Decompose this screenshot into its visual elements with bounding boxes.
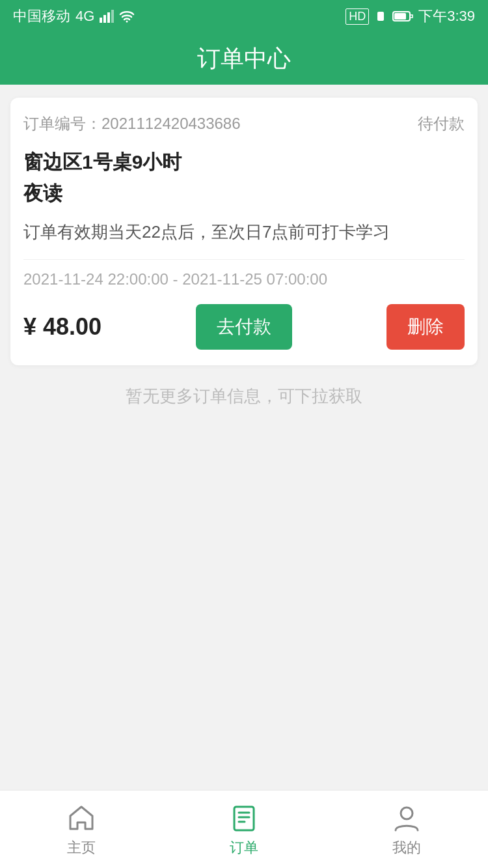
order-time-range: 2021-11-24 22:00:00 - 2021-11-25 07:00:0…: [23, 270, 465, 288]
order-number: 订单编号：2021112420433686: [23, 113, 241, 134]
wifi-icon: [119, 10, 135, 23]
order-footer: ¥ 48.00 去付款 删除: [23, 304, 465, 350]
svg-rect-2: [107, 12, 110, 23]
order-price: ¥ 48.00: [23, 313, 102, 341]
page-header: 订单中心: [0, 33, 488, 85]
status-bar: 中国移动 4G HD 下午3:39: [0, 0, 488, 33]
profile-icon: [390, 802, 423, 834]
hd-badge: HD: [346, 8, 369, 25]
signal-4g: 4G: [75, 8, 94, 25]
svg-rect-8: [234, 807, 254, 830]
nav-item-home[interactable]: 主页: [0, 802, 163, 858]
svg-point-4: [126, 21, 128, 23]
pull-hint: 暂无更多订单信息，可下拉获取: [10, 365, 478, 421]
carrier-text: 中国移动: [13, 7, 70, 26]
svg-rect-1: [103, 15, 106, 23]
order-title: 窗边区1号桌9小时: [23, 147, 465, 176]
divider: [23, 259, 465, 260]
order-status-badge: 待付款: [418, 113, 465, 134]
bottom-nav: 主页 订单 我的: [0, 790, 488, 868]
main-content: 订单编号：2021112420433686 待付款 窗边区1号桌9小时 夜读 订…: [0, 85, 488, 790]
home-icon: [65, 802, 98, 834]
nav-item-orders[interactable]: 订单: [163, 802, 325, 858]
svg-rect-7: [394, 13, 406, 20]
pay-button[interactable]: 去付款: [196, 304, 292, 350]
vibrate-icon: [374, 10, 387, 23]
svg-rect-3: [111, 10, 114, 23]
time-text: 下午3:39: [418, 7, 475, 26]
nav-label-orders: 订单: [230, 838, 258, 858]
signal-bars-icon: [100, 10, 114, 23]
nav-item-profile[interactable]: 我的: [325, 802, 488, 858]
order-description: 订单有效期当天22点后，至次日7点前可打卡学习: [23, 219, 465, 246]
order-card: 订单编号：2021112420433686 待付款 窗边区1号桌9小时 夜读 订…: [10, 98, 478, 365]
nav-label-profile: 我的: [392, 838, 421, 858]
svg-rect-5: [377, 12, 384, 21]
order-icon: [228, 802, 260, 834]
status-right: HD 下午3:39: [346, 7, 475, 26]
battery-icon: [392, 10, 413, 22]
order-subtitle: 夜读: [23, 180, 465, 207]
page-title: 订单中心: [197, 43, 291, 75]
nav-label-home: 主页: [67, 838, 96, 858]
svg-rect-0: [100, 18, 102, 23]
delete-button[interactable]: 删除: [386, 304, 465, 350]
svg-point-12: [401, 807, 413, 819]
status-left: 中国移动 4G: [13, 7, 135, 26]
order-header: 订单编号：2021112420433686 待付款: [23, 113, 465, 134]
